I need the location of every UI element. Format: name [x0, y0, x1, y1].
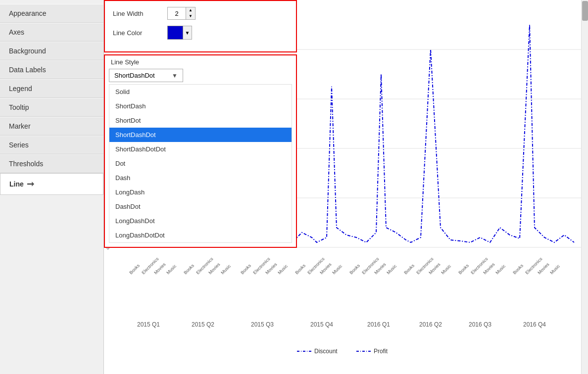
svg-text:Books: Books [348, 263, 361, 275]
svg-text:2015 Q1: 2015 Q1 [137, 321, 160, 328]
panel-container: Line Width ▲ ▼ Line Color ▼ Line St [104, 0, 297, 248]
line-width-color-panel: Line Width ▲ ▼ Line Color ▼ [104, 0, 297, 52]
style-option-dashdot[interactable]: DashDot [109, 199, 292, 214]
style-option-shortdashdot[interactable]: ShortDashDot [109, 128, 292, 142]
sidebar-item-appearance[interactable]: Appearance [0, 4, 103, 23]
arrow-right-icon: ➞ [27, 179, 34, 189]
sidebar: Appearance Axes Background Data Labels L… [0, 0, 104, 374]
line-style-panel: Line Style ShortDashDot ▼ Solid ShortDas… [104, 54, 297, 248]
line-width-spinner[interactable]: ▲ ▼ [167, 7, 196, 20]
line-width-input[interactable] [168, 8, 186, 19]
svg-text:Books: Books [512, 263, 524, 275]
svg-text:2016 Q2: 2016 Q2 [419, 321, 442, 328]
sidebar-item-axes[interactable]: Axes [0, 23, 103, 42]
svg-text:2016 Q1: 2016 Q1 [367, 321, 390, 328]
sidebar-item-series[interactable]: Series [0, 136, 103, 154]
svg-text:Music: Music [549, 263, 561, 275]
line-color-row: Line Color ▼ [113, 26, 288, 40]
style-option-dot[interactable]: Dot [109, 156, 292, 171]
svg-text:Books: Books [240, 263, 252, 275]
color-swatch[interactable] [167, 26, 183, 40]
svg-text:Music: Music [440, 263, 452, 275]
svg-text:Music: Music [331, 263, 343, 275]
svg-text:2016 Q3: 2016 Q3 [469, 321, 491, 328]
line-style-dropdown-list: Solid ShortDash ShortDot ShortDashDot Sh… [109, 84, 292, 243]
sidebar-item-tooltip[interactable]: Tooltip [0, 98, 103, 117]
line-width-label: Line Width [113, 10, 162, 17]
svg-text:Books: Books [457, 263, 470, 275]
style-option-shortdash[interactable]: ShortDash [109, 99, 292, 113]
svg-text:2015 Q2: 2015 Q2 [192, 321, 214, 328]
style-option-dash[interactable]: Dash [109, 171, 292, 185]
svg-text:Books: Books [183, 263, 195, 275]
line-width-row: Line Width ▲ ▼ [113, 7, 288, 20]
svg-text:2015 Q3: 2015 Q3 [251, 321, 274, 328]
svg-text:Music: Music [494, 263, 506, 275]
sidebar-item-line[interactable]: Line ➞ [0, 173, 103, 195]
svg-text:Music: Music [277, 263, 289, 275]
sidebar-item-marker[interactable]: Marker [0, 117, 103, 136]
sidebar-item-data-labels[interactable]: Data Labels [0, 60, 103, 79]
line-color-label: Line Color [113, 29, 162, 37]
style-option-longdashdot[interactable]: LongDashDot [109, 214, 292, 228]
style-option-shortdot[interactable]: ShortDot [109, 113, 292, 128]
sidebar-item-legend[interactable]: Legend [0, 79, 103, 98]
line-style-selected-value: ShortDashDot [114, 72, 155, 79]
svg-text:Books: Books [128, 263, 141, 275]
style-option-longdash[interactable]: LongDash [109, 185, 292, 199]
svg-text:2015 Q4: 2015 Q4 [310, 321, 333, 328]
spinner-down-btn[interactable]: ▼ [186, 13, 195, 19]
color-dropdown-btn[interactable]: ▼ [183, 26, 192, 40]
line-style-label: Line Style [105, 55, 296, 67]
style-option-solid[interactable]: Solid [109, 85, 292, 99]
sidebar-item-background[interactable]: Background [0, 42, 103, 60]
svg-text:Music: Music [386, 263, 397, 275]
style-option-shortdashdotdot[interactable]: ShortDashDotDot [109, 142, 292, 156]
svg-text:Music: Music [220, 263, 232, 275]
svg-text:Books: Books [294, 263, 306, 275]
line-style-select[interactable]: ShortDashDot ▼ [109, 69, 183, 82]
sidebar-item-thresholds[interactable]: Thresholds [0, 154, 103, 173]
svg-text:Discount: Discount [314, 348, 338, 355]
spinner-buttons: ▲ ▼ [186, 7, 195, 19]
line-style-select-row: ShortDashDot ▼ [105, 67, 296, 82]
scrollbar[interactable] [581, 0, 588, 374]
main-container: Appearance Axes Background Data Labels L… [0, 0, 588, 374]
svg-text:Music: Music [165, 263, 177, 275]
style-option-longdashdotdot[interactable]: LongDashDotDot [109, 228, 292, 242]
color-picker-group: ▼ [167, 26, 192, 40]
svg-text:2016 Q4: 2016 Q4 [523, 321, 546, 328]
dropdown-arrow-icon: ▼ [172, 72, 178, 79]
spinner-up-btn[interactable]: ▲ [186, 7, 195, 13]
svg-text:Profit: Profit [374, 348, 388, 355]
svg-text:Books: Books [403, 263, 415, 275]
scrollbar-thumb[interactable] [582, 1, 588, 21]
